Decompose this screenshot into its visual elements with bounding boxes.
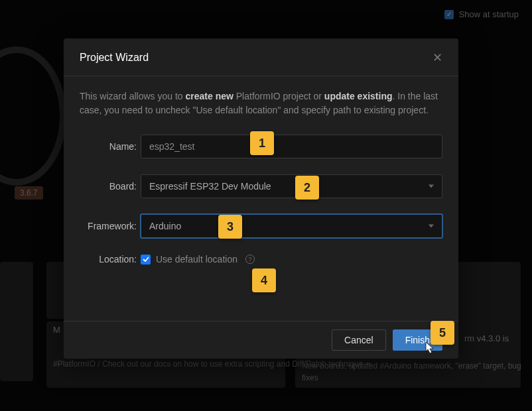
cursor-icon [425,341,435,355]
board-select[interactable]: Espressif ESP32 Dev Module [141,174,442,198]
modal-header: Project Wizard ✕ [64,38,458,76]
board-row: Board: Espressif ESP32 Dev Module [80,174,442,198]
annotation-4: 4 [252,268,276,292]
chevron-down-icon [429,225,434,228]
framework-select[interactable]: Arduino [141,214,442,238]
annotation-2: 2 [295,176,319,200]
project-wizard-modal: Project Wizard ✕ This wizard allows you … [64,38,458,359]
framework-value: Arduino [149,221,181,231]
framework-label: Framework: [80,221,141,231]
modal-body: This wizard allows you to create new Pla… [64,76,458,294]
chevron-down-icon [429,185,434,188]
modal-title: Project Wizard [80,52,149,64]
use-default-location-label: Use default location [156,254,237,264]
name-label: Name: [80,141,141,152]
close-icon[interactable]: ✕ [432,52,442,64]
annotation-1: 1 [250,131,274,155]
location-row: Location: Use default location ? [80,254,442,264]
use-default-location-checkbox[interactable] [141,255,151,264]
board-label: Board: [80,181,141,192]
info-icon[interactable]: ? [245,255,255,264]
framework-row: Framework: Arduino [80,214,442,238]
board-value: Espressif ESP32 Dev Module [149,181,271,192]
name-input[interactable] [141,135,442,158]
cancel-button[interactable]: Cancel [332,329,386,351]
modal-footer: Cancel Finish [64,321,458,359]
location-label: Location: [80,254,141,264]
annotation-3: 3 [218,215,242,239]
wizard-intro: This wizard allows you to create new Pla… [80,89,442,117]
